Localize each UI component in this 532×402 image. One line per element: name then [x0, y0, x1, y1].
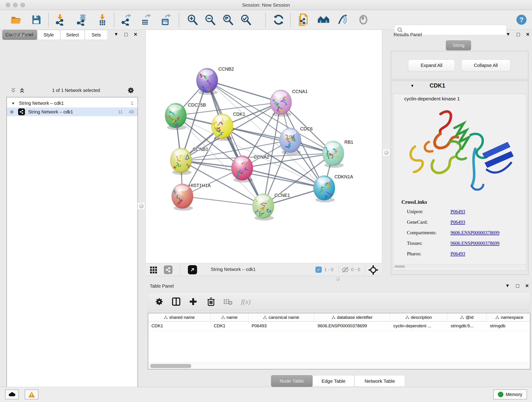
import-network-from-file-button[interactable] [54, 13, 66, 26]
import-table-from-file-button[interactable] [96, 13, 109, 26]
expand-all-icon[interactable] [19, 87, 25, 94]
tab-edge-table[interactable]: Edge Table [312, 375, 355, 387]
right-splitter-handle[interactable] [383, 149, 390, 156]
network-canvas[interactable]: CCNB2CCNA1CDC25BCDK1CDC6RB1CCNB1CCNA2CDK… [146, 30, 382, 263]
crosslink-value-link[interactable]: P06493 [450, 251, 465, 257]
import-table-icon [96, 14, 108, 26]
memory-button[interactable]: Memory [493, 389, 527, 400]
crosslink-value-link[interactable]: 9606.ENSP00000378699 [450, 240, 500, 246]
column-header-description[interactable]: description [390, 313, 447, 321]
column-header-shared-name[interactable]: shared name [148, 313, 210, 321]
hide-labels-button[interactable] [357, 13, 370, 26]
cell-database-identifier[interactable]: 9606.ENSP00000378699 [314, 322, 390, 331]
gear-icon[interactable] [127, 86, 135, 94]
cell-name[interactable]: CDK1 [210, 322, 248, 331]
function-builder-button[interactable]: f(x) [240, 295, 252, 308]
results-panel-collapse-icon[interactable]: ▼ [506, 32, 510, 37]
node-CDK1[interactable] [211, 114, 233, 139]
control-panel-collapse-icon[interactable]: ▼ [114, 32, 119, 37]
horizontal-scrollbar[interactable] [394, 264, 526, 268]
network-graph[interactable]: CCNB2CCNA1CDC25BCDK1CDC6RB1CCNB1CCNA2CDK… [146, 30, 382, 263]
column-header-canonical-name[interactable]: canonical name [248, 313, 314, 321]
save-session-button[interactable] [30, 13, 43, 26]
tab-sets[interactable]: Sets [85, 30, 108, 40]
zoom-fit-button[interactable] [222, 13, 234, 26]
tab-style[interactable]: Style [37, 30, 60, 40]
column-header-database-identifier[interactable]: database identifier [314, 313, 390, 321]
node-CDC25B[interactable] [165, 103, 186, 128]
tab-network-table[interactable]: Network Table [355, 375, 405, 387]
table-row[interactable]: CDK1CDK1P064939606.ENSP00000378699cyclin… [148, 322, 530, 331]
crosslink-row: GeneCard:P06493 [407, 219, 521, 225]
export-image-button[interactable] [159, 13, 172, 26]
help-button[interactable]: ? [515, 13, 528, 26]
zoom-out-button[interactable] [204, 13, 216, 26]
home-button[interactable] [317, 13, 330, 26]
string-protein-query-button[interactable] [298, 13, 310, 26]
delete-column-button[interactable] [205, 295, 217, 308]
cloud-button[interactable] [5, 389, 19, 400]
cell-description[interactable]: cyclin-dependent ... [390, 322, 447, 331]
refresh-button[interactable] [272, 13, 285, 26]
column-header-namespace[interactable]: namespace [487, 313, 532, 321]
node-label-CDK1: CDK1 [233, 112, 245, 117]
table-horizontal-scrollbar[interactable] [148, 363, 530, 369]
scrollbar-thumb[interactable] [150, 364, 191, 368]
node-CDC6[interactable] [279, 128, 301, 153]
cell-shared-name[interactable]: CDK1 [148, 322, 210, 331]
table-panel-close-icon[interactable]: ✕ [525, 283, 529, 288]
results-panel-close-icon[interactable]: ✕ [526, 32, 530, 37]
cell-canonical-name[interactable]: P06493 [248, 322, 314, 331]
column-header-name[interactable]: name [210, 313, 248, 321]
table-panel-collapse-icon[interactable]: ▼ [505, 283, 510, 288]
node-CCNA1[interactable] [270, 90, 292, 115]
tab-string[interactable]: String [446, 40, 471, 51]
expand-all-button[interactable]: Expand All [408, 59, 455, 71]
column-header--id[interactable]: @id [447, 313, 487, 321]
hidden-items-icon[interactable] [341, 266, 349, 274]
control-panel-close-icon[interactable]: ✕ [133, 32, 138, 37]
node-CCNB1[interactable] [170, 148, 192, 173]
export-table-button[interactable] [139, 13, 152, 26]
show-columns-button[interactable] [170, 295, 182, 308]
results-panel-float-icon[interactable]: □ [517, 31, 520, 38]
network-edge-count: 48 [129, 109, 134, 115]
import-network-from-database-button[interactable] [75, 13, 88, 26]
node-CDKN1A[interactable] [313, 176, 335, 200]
tab-node-table[interactable]: Node Table [271, 375, 312, 387]
selected-nodes-checkbox[interactable]: ✓ [316, 267, 322, 273]
show-labels-button[interactable] [336, 13, 349, 26]
crosslink-value-link[interactable]: P06493 [450, 219, 465, 225]
network-row-selected[interactable]: String Network – cdk1 11 48 [7, 108, 138, 116]
table-settings-button[interactable] [153, 295, 165, 308]
collection-expand-icon[interactable]: ▼ [12, 101, 15, 105]
control-panel-float-icon[interactable]: □ [124, 31, 128, 38]
collapse-all-icon[interactable] [10, 87, 17, 94]
node-CCNA2[interactable] [231, 156, 253, 180]
entry-collapse-icon[interactable]: ▼ [410, 84, 414, 88]
warnings-button[interactable] [25, 389, 38, 400]
zoom-selected-button[interactable] [239, 13, 252, 26]
crosslink-value-link[interactable]: P06493 [450, 209, 465, 215]
zoom-in-button[interactable] [186, 13, 199, 26]
node-CCNB2[interactable] [196, 68, 218, 93]
birdseye-button[interactable] [188, 265, 197, 274]
crosslink-value-link[interactable]: 9606.ENSP00000378699 [450, 230, 500, 236]
table-panel-float-icon[interactable]: □ [516, 283, 519, 289]
left-splitter-handle[interactable] [138, 202, 145, 210]
add-column-button[interactable] [187, 295, 199, 308]
export-network-button[interactable] [120, 13, 133, 26]
node-RB1[interactable] [322, 141, 344, 166]
open-session-button[interactable] [10, 13, 22, 26]
tab-select[interactable]: Select [60, 30, 85, 40]
string-view-button[interactable] [164, 265, 172, 274]
collapse-all-button[interactable]: Collapse All [461, 59, 510, 71]
cell--id[interactable]: stringdb:9... [447, 322, 487, 331]
horizontal-splitter[interactable] [146, 276, 532, 282]
network-collection-row[interactable]: ▼ String Network – cdk1 1 [7, 99, 138, 108]
grid-view-button[interactable] [150, 266, 158, 275]
scrollbar-thumb[interactable] [394, 265, 405, 268]
center-view-button[interactable] [368, 265, 378, 276]
delete-table-button[interactable] [222, 295, 234, 308]
cell-namespace[interactable]: stringdb [487, 322, 532, 331]
